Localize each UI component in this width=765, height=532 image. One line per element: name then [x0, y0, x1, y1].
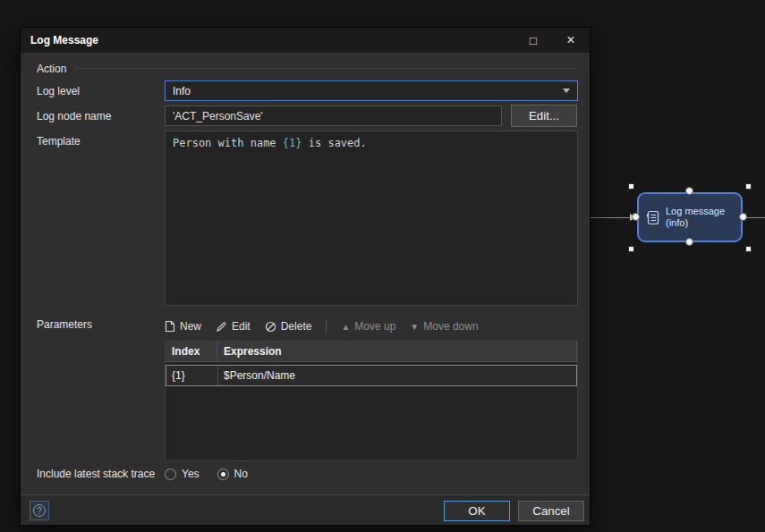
dialog-titlebar[interactable]: Log Message □ × — [21, 28, 590, 53]
log-icon — [645, 210, 660, 225]
template-textarea[interactable]: Person with name {1} is saved. — [165, 131, 578, 306]
triangle-down-icon: ▼ — [410, 322, 419, 332]
ok-button[interactable]: OK — [444, 501, 510, 521]
close-button[interactable]: × — [552, 28, 590, 53]
move-up-button[interactable]: ▲ Move up — [341, 320, 395, 333]
microflow-canvas[interactable]: { "window": { "title": "Log Message" }, … — [0, 0, 765, 532]
cell-index: {1} — [166, 366, 218, 385]
table-row[interactable]: {1} $Person/Name — [166, 365, 577, 386]
node-title: Log message — [666, 206, 725, 216]
dialog-footer: ? OK Cancel — [21, 494, 590, 525]
new-parameter-button[interactable]: New — [165, 320, 201, 333]
connector-right[interactable] — [739, 213, 747, 221]
connector-left[interactable] — [632, 213, 640, 221]
parameters-table-header: Index Expression — [166, 342, 577, 362]
triangle-up-icon: ▲ — [341, 322, 350, 332]
template-token: {1} — [283, 137, 302, 149]
delete-parameter-button[interactable]: Delete — [265, 320, 312, 333]
log-level-value: Info — [173, 85, 191, 97]
help-icon: ? — [33, 504, 46, 517]
group-rule — [74, 68, 577, 69]
move-down-button[interactable]: ▼ Move down — [410, 320, 478, 333]
log-level-dropdown[interactable]: Info — [165, 80, 578, 101]
template-text-before: Person with name — [173, 137, 283, 149]
help-button[interactable]: ? — [30, 501, 49, 520]
toolbar-separator — [326, 320, 327, 334]
radio-no[interactable]: No — [217, 468, 248, 480]
flow-line-in[interactable] — [591, 217, 631, 218]
cancel-button[interactable]: Cancel — [518, 501, 584, 521]
close-icon: × — [566, 32, 574, 48]
action-group-label: Action — [37, 63, 66, 75]
cell-expression: $Person/Name — [218, 366, 576, 385]
maximize-button[interactable]: □ — [514, 28, 552, 53]
parameters-table: Index Expression {1} $Person/Name — [165, 341, 578, 461]
parameters-toolbar: New Edit Delete ▲ Move up ▼ — [165, 316, 578, 337]
selection-handle-top-left[interactable] — [628, 183, 634, 190]
edit-parameter-button[interactable]: Edit — [216, 320, 251, 333]
radio-yes-icon — [165, 469, 176, 480]
radio-no-icon — [217, 469, 229, 480]
stack-trace-label: Include latest stack trace — [37, 468, 155, 480]
maximize-icon: □ — [530, 34, 537, 47]
log-node-name-value: 'ACT_PersonSave' — [173, 110, 263, 122]
log-node-name-input[interactable]: 'ACT_PersonSave' — [165, 106, 502, 126]
parameters-label: Parameters — [37, 318, 92, 331]
template-text-after: is saved. — [302, 137, 367, 149]
new-document-icon — [165, 320, 175, 333]
connector-top[interactable] — [685, 187, 693, 195]
log-node-name-label: Log node name — [37, 110, 111, 122]
radio-yes-label: Yes — [182, 468, 200, 480]
log-message-dialog: Log Message □ × Action Log level Info Lo… — [20, 27, 591, 526]
node-subtitle: (info) — [666, 217, 688, 228]
selection-handle-top-right[interactable] — [745, 183, 752, 190]
stack-trace-options: Yes No — [165, 465, 248, 483]
radio-no-label: No — [234, 468, 248, 480]
edit-node-name-button[interactable]: Edit... — [511, 105, 577, 127]
pencil-icon — [216, 321, 227, 333]
selection-handle-bottom-left[interactable] — [628, 246, 634, 252]
log-level-label: Log level — [37, 85, 80, 97]
log-message-node[interactable]: Log message (info) — [637, 192, 743, 242]
column-header-index: Index — [166, 342, 217, 361]
chevron-down-icon — [563, 89, 570, 93]
column-header-expression: Expression — [217, 342, 577, 361]
radio-yes[interactable]: Yes — [165, 468, 200, 480]
selection-handle-bottom-right[interactable] — [745, 246, 752, 252]
dialog-title: Log Message — [30, 34, 98, 46]
connector-bottom[interactable] — [685, 238, 693, 246]
template-label: Template — [37, 135, 81, 148]
delete-slash-circle-icon — [265, 321, 276, 333]
